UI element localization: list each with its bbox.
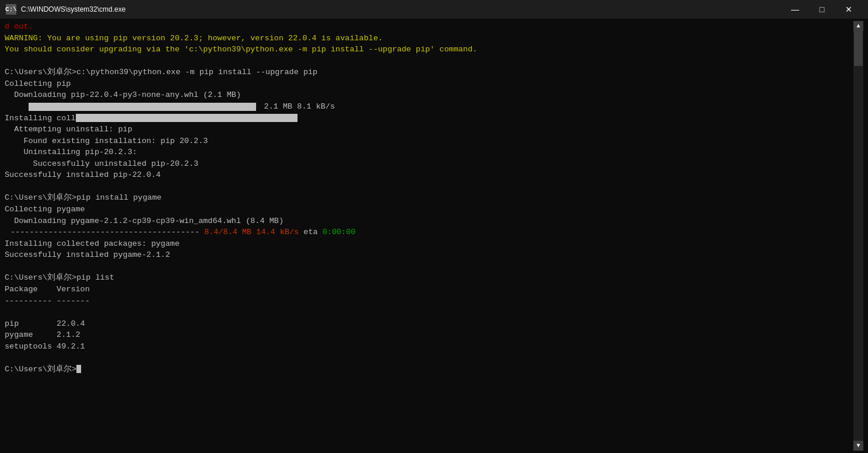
window-controls: — □ ✕ (782, 0, 862, 19)
pip-progress-bar-line: 2.1 MB 8.1 kB/s (5, 101, 851, 113)
terminal-line: You should consider upgrading via the 'c… (5, 44, 851, 55)
terminal-line (5, 306, 851, 318)
terminal-line: Successfully installed pip-22.0.4 (5, 169, 851, 181)
scrollbar-track[interactable] (853, 31, 863, 441)
terminal-line: Uninstalling pip-20.2.3: (5, 147, 851, 158)
maximize-button[interactable]: □ (808, 0, 835, 19)
terminal-line: Downloading pip-22.0.4-py3-none-any.whl … (5, 89, 851, 101)
scrollbar-thumb[interactable] (854, 31, 863, 66)
terminal-line: pip 22.0.4 (5, 318, 851, 330)
terminal-line: Found existing installation: pip 20.2.3 (5, 135, 851, 147)
terminal-content: d out. WARNING: You are using pip versio… (5, 21, 853, 451)
window-icon: C:\ (6, 4, 16, 15)
terminal-line: Collecting pygame (5, 204, 851, 215)
minimize-button[interactable]: — (782, 0, 808, 19)
window-title: C:\WINDOWS\system32\cmd.exe (21, 5, 782, 13)
terminal-line: Attempting uninstall: pip (5, 124, 851, 135)
terminal-line: Downloading pygame-2.1.2-cp39-cp39-win_a… (5, 215, 851, 227)
terminal-line (5, 55, 851, 67)
terminal-line (5, 181, 851, 193)
terminal-line: d out. (5, 21, 851, 33)
terminal-line: Successfully uninstalled pip-20.2.3 (5, 158, 851, 170)
terminal-line: C:\Users\刘卓尔>pip install pygame (5, 192, 851, 204)
terminal-line: setuptools 49.2.1 (5, 341, 851, 353)
terminal-line: pygame 2.1.2 (5, 329, 851, 341)
terminal-line: WARNING: You are using pip version 20.2.… (5, 33, 851, 44)
terminal-body: d out. WARNING: You are using pip versio… (0, 19, 868, 453)
terminal-prompt: C:\Users\刘卓尔> (5, 364, 851, 375)
terminal-line: C:\Users\刘卓尔>c:\python39\python.exe -m p… (5, 67, 851, 78)
cmd-window: C:\ C:\WINDOWS\system32\cmd.exe — □ ✕ d … (0, 0, 868, 453)
scrollbar[interactable]: ▲ ▼ (853, 21, 863, 451)
scroll-up-arrow[interactable]: ▲ (853, 21, 863, 31)
terminal-line: Installing collected packages: pygame (5, 238, 851, 250)
close-button[interactable]: ✕ (835, 0, 862, 19)
title-bar: C:\ C:\WINDOWS\system32\cmd.exe — □ ✕ (0, 0, 868, 19)
terminal-line: Collecting pip (5, 78, 851, 90)
terminal-line: ---------- ------- (5, 295, 851, 307)
terminal-line: Package Version (5, 284, 851, 295)
terminal-line: Successfully installed pygame-2.1.2 (5, 249, 851, 261)
terminal-line (5, 352, 851, 364)
scroll-down-arrow[interactable]: ▼ (853, 441, 863, 451)
terminal-line: C:\Users\刘卓尔>pip list (5, 272, 851, 284)
pygame-progress-bar-line: ----------------------------------------… (5, 226, 851, 238)
terminal-line (5, 261, 851, 273)
